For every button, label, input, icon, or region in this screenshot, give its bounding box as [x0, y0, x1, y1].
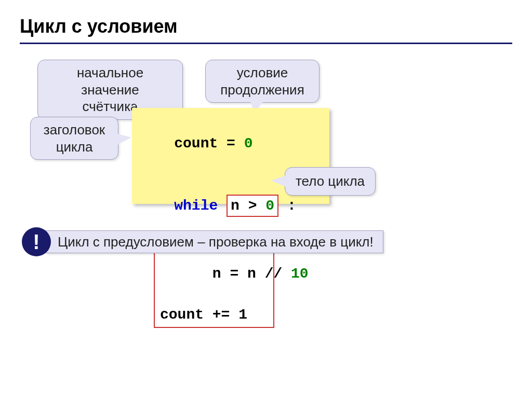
body1-pre: n = n // — [212, 266, 291, 282]
cond-zero: 0 — [265, 198, 274, 214]
cond-pre: n > — [231, 198, 265, 214]
code-zero: 0 — [244, 135, 253, 152]
callout-condition-text: условие продолжения — [220, 65, 304, 98]
code-count: count — [174, 135, 218, 152]
note-row: ! Цикл с предусловием – проверка на вход… — [22, 227, 383, 256]
body1-num: 10 — [291, 266, 309, 282]
callout-tail-icon — [271, 175, 286, 187]
note-text-bar: Цикл с предусловием – проверка на входе … — [46, 230, 383, 253]
callout-initial-text: начальное значение счётчика — [77, 65, 143, 114]
callout-loop-body: тело цикла — [285, 167, 376, 196]
callout-header-text: заголовок цикла — [44, 122, 105, 155]
callout-condition: условие продолжения — [205, 60, 320, 103]
code-while: while — [174, 198, 218, 214]
callout-tail-icon — [116, 132, 132, 145]
code-assign: = — [218, 135, 244, 152]
code-colon: : — [278, 198, 296, 214]
page-title: Цикл с условием — [20, 16, 178, 37]
note-text: Цикл с предусловием – проверка на входе … — [58, 234, 374, 250]
code-line-1: count = 0 — [139, 113, 322, 174]
exclamation-icon: ! — [22, 227, 51, 256]
callout-loop-header: заголовок цикла — [30, 117, 118, 160]
title-underline — [20, 43, 512, 44]
code-body-line-2: count += 1 — [160, 305, 268, 325]
condition-box: n > 0 — [227, 195, 278, 217]
callout-body-text: тело цикла — [296, 173, 365, 189]
